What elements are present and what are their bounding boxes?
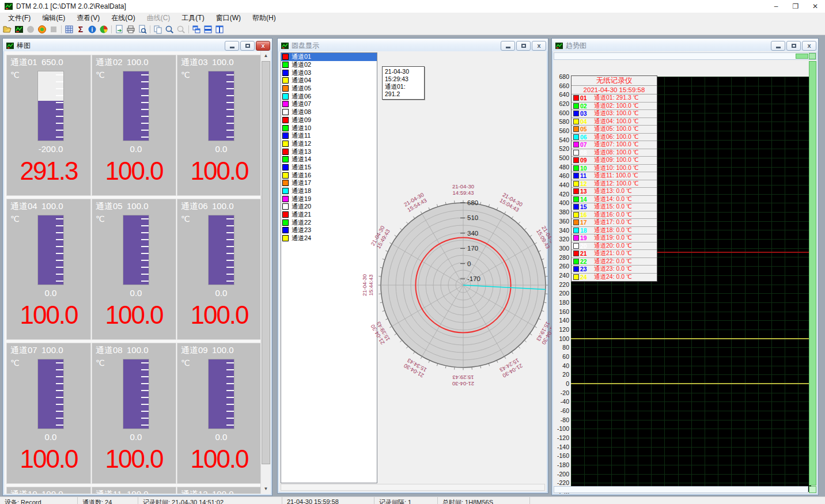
toolbar-separator bbox=[150, 25, 150, 33]
zoom-disabled-icon bbox=[175, 24, 187, 35]
svg-text:340: 340 bbox=[467, 230, 478, 237]
gauge-reading: 100.0 bbox=[7, 445, 90, 473]
minimize-button[interactable]: – bbox=[766, 0, 786, 13]
y-axis-tick-label: 380 bbox=[553, 209, 569, 215]
y-axis-tick-label: -220 bbox=[553, 479, 569, 486]
channel-list-item-03[interactable]: 通道03 bbox=[281, 69, 377, 77]
pie-chart-icon[interactable] bbox=[98, 24, 109, 35]
gauge-ticks bbox=[56, 362, 63, 427]
trend-window-title: 趋势图 bbox=[566, 41, 586, 51]
bar-close-button[interactable]: x bbox=[256, 41, 270, 51]
bar-minimize-button[interactable] bbox=[225, 41, 239, 51]
legend-row-06: 06通道06: 100.0 ℃ bbox=[572, 134, 657, 142]
channel-list-item-05[interactable]: 通道05 bbox=[281, 85, 377, 93]
trend-minimize-button[interactable] bbox=[771, 41, 785, 51]
trend-window-titlebar[interactable]: 趋势图 x bbox=[552, 39, 818, 51]
zoom-icon[interactable] bbox=[164, 24, 175, 35]
channel-list-item-13[interactable]: 通道13 bbox=[281, 147, 377, 156]
menu-在线(O)[interactable]: 在线(O) bbox=[105, 12, 141, 24]
gauge-max-value: 100.0 bbox=[212, 345, 234, 355]
channel-list-item-07[interactable]: 通道07 bbox=[281, 100, 377, 108]
disc-display-window: 圆盘显示 x 通道01通道02通道03通道04通道05通道06通道07通道08通… bbox=[277, 38, 548, 494]
channel-list-item-06[interactable]: 通道06 bbox=[281, 92, 377, 100]
disc-close-button[interactable]: x bbox=[532, 41, 546, 51]
legend-channel-value: 通道01: 291.3 ℃ bbox=[594, 94, 638, 102]
gauge-reading: 100.0 bbox=[177, 445, 261, 473]
gauge-ticks bbox=[141, 74, 149, 139]
scrollbar-thumb[interactable] bbox=[262, 61, 270, 464]
trend-line bbox=[571, 338, 811, 339]
disc-horizontal-scrollbar[interactable] bbox=[281, 484, 545, 491]
sigma-icon[interactable]: Σ bbox=[75, 24, 86, 35]
channel-list-item-04[interactable]: 通道04 bbox=[281, 77, 377, 85]
legend-color-swatch bbox=[573, 103, 579, 109]
channel-list-item-09[interactable]: 通道09 bbox=[281, 116, 377, 124]
bar-window-icon bbox=[6, 42, 14, 50]
legend-row-07: 07通道07: 100.0 ℃ bbox=[572, 141, 657, 149]
bar-gauge-cell-11: 通道11100.0℃0.0100.0 bbox=[92, 487, 176, 494]
trend-maximize-button[interactable] bbox=[786, 41, 801, 51]
legend-channel-number: 19 bbox=[580, 234, 594, 241]
table-icon[interactable] bbox=[63, 24, 75, 35]
disc-minimize-button[interactable] bbox=[501, 41, 515, 51]
export-icon[interactable] bbox=[113, 24, 125, 35]
open-icon[interactable] bbox=[2, 24, 13, 35]
record-icon[interactable] bbox=[36, 24, 48, 35]
trend-close-button[interactable]: x bbox=[802, 41, 816, 51]
legend-row-05: 05通道05: 100.0 ℃ bbox=[572, 126, 657, 134]
bar-maximize-button[interactable] bbox=[240, 41, 255, 51]
y-axis-tick-label: 500 bbox=[553, 154, 569, 161]
channel-list-item-11[interactable]: 通道11 bbox=[281, 132, 377, 140]
legend-channel-value: 通道15: 0.0 ℃ bbox=[594, 203, 632, 211]
y-axis-tick-label: 600 bbox=[553, 109, 569, 116]
dtm-application: DTM 2.0.1 [C:\DTM 2.0.2\RealData] – ❐ ✕ … bbox=[0, 0, 825, 504]
channel-name: 通道03 bbox=[181, 57, 208, 68]
scroll-down-arrow-icon[interactable]: ▼ bbox=[261, 484, 270, 494]
disc-maximize-button[interactable] bbox=[516, 41, 531, 51]
cascade-windows-icon[interactable] bbox=[191, 24, 202, 35]
channel-list-item-01[interactable]: 通道01 bbox=[281, 53, 377, 61]
scroll-right-arrow-icon[interactable] bbox=[809, 53, 816, 59]
menu-工具(T)[interactable]: 工具(T) bbox=[176, 12, 210, 24]
value-tooltip: 21-04-30 15:29:43 通道01: 291.2 bbox=[382, 66, 425, 100]
disc-window-titlebar[interactable]: 圆盘显示 x bbox=[278, 39, 548, 51]
trend-horizontal-scrollbar[interactable] bbox=[554, 52, 816, 60]
trend-vertical-scrollbar[interactable] bbox=[809, 61, 816, 486]
menu-编辑(E)[interactable]: 编辑(E) bbox=[36, 12, 71, 24]
tile-horizontal-icon[interactable] bbox=[202, 24, 214, 35]
restore-button[interactable]: ❐ bbox=[786, 0, 805, 13]
gauge-min-value: -200.0 bbox=[23, 144, 78, 154]
close-button[interactable]: ✕ bbox=[805, 0, 825, 13]
copy-icon[interactable] bbox=[152, 24, 164, 35]
tile-vertical-icon[interactable] bbox=[214, 24, 225, 35]
scroll-up-arrow-icon[interactable]: ▲ bbox=[261, 51, 270, 60]
disc-window-body: 通道01通道02通道03通道04通道05通道06通道07通道08通道09通道10… bbox=[279, 51, 546, 491]
menu-文件(F)[interactable]: 文件(F) bbox=[2, 12, 36, 24]
svg-text:15:44:43: 15:44:43 bbox=[368, 275, 374, 296]
menu-查看(V)[interactable]: 查看(V) bbox=[71, 12, 105, 24]
bar-gauge-cell-02: 通道02100.0℃0.0100.0 bbox=[92, 55, 176, 196]
channel-list-item-02[interactable]: 通道02 bbox=[281, 61, 377, 69]
legend-channel-number: 15 bbox=[580, 203, 594, 210]
app-chart-icon[interactable] bbox=[13, 24, 25, 35]
menu-帮助(H)[interactable]: 帮助(H) bbox=[247, 12, 282, 24]
bar-vertical-scrollbar[interactable]: ▲ ▼ bbox=[260, 51, 270, 494]
status-filler bbox=[530, 497, 825, 504]
gauge-max-value: 100.0 bbox=[212, 57, 234, 67]
print-preview-icon[interactable] bbox=[137, 24, 148, 35]
svg-text:21-04-30: 21-04-30 bbox=[452, 183, 474, 190]
channel-color-swatch bbox=[282, 109, 289, 115]
channel-list-item-14[interactable]: 通道14 bbox=[281, 156, 377, 164]
scrollbar-thumb[interactable] bbox=[796, 54, 808, 59]
menu-窗口(W)[interactable]: 窗口(W) bbox=[210, 12, 247, 24]
channel-list-item-12[interactable]: 通道12 bbox=[281, 140, 377, 148]
channel-list-item-08[interactable]: 通道08 bbox=[281, 108, 377, 116]
legend-color-swatch bbox=[573, 134, 579, 140]
print-icon[interactable] bbox=[125, 24, 137, 35]
bar-window-titlebar[interactable]: 棒图 x bbox=[3, 39, 272, 51]
info-icon[interactable]: i bbox=[86, 24, 98, 35]
legend-row-18: 18通道18: 0.0 ℃ bbox=[572, 227, 657, 235]
channel-list-item-10[interactable]: 通道10 bbox=[281, 124, 377, 132]
legend-channel-value: 通道02: 100.0 ℃ bbox=[594, 102, 638, 110]
trend-bottom-scrollbar[interactable] bbox=[554, 486, 808, 493]
